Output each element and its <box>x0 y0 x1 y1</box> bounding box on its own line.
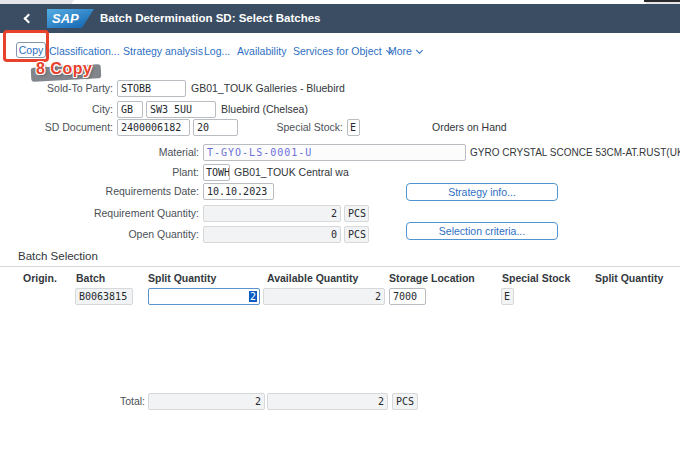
open-quantity-unit-field: PCS <box>344 226 369 243</box>
page-title: Batch Determination SD: Select Batches <box>100 4 320 33</box>
selection-criteria-button[interactable]: Selection criteria... <box>406 222 558 240</box>
column-header-storage-location: Storage Location <box>389 272 475 284</box>
menu-item-services-for-object[interactable]: Services for Object <box>293 45 392 57</box>
menu-item-label: Services for Object <box>293 45 382 57</box>
plant-field[interactable]: TOWH <box>203 164 230 181</box>
copy-button[interactable]: Copy <box>16 42 46 58</box>
menu-item-label: More <box>388 45 412 57</box>
sap-logo: SAP <box>47 9 94 28</box>
plant-label: Plant: <box>0 164 199 181</box>
column-header-batch: Batch <box>76 272 105 284</box>
material-field[interactable]: T-GYO-LS-0001-U <box>203 144 466 161</box>
selected-text: 2 <box>249 291 257 302</box>
available-quantity-field: 2 <box>263 288 385 305</box>
menu-item-classification[interactable]: Classification... <box>49 45 120 57</box>
split-quantity-input[interactable]: 2 <box>148 288 260 305</box>
column-header-split-quantity: Split Quantity <box>148 272 216 284</box>
sap-batch-determination-screen: SAP Batch Determination SD: Select Batch… <box>0 0 680 450</box>
menu-item-more[interactable]: More <box>388 45 422 57</box>
total-unit-field: PCS <box>392 393 418 410</box>
orders-on-hand-text: Orders on Hand <box>432 119 507 136</box>
sold-to-party-field[interactable]: STOBB <box>117 80 186 97</box>
open-quantity-field: 0 <box>203 226 341 243</box>
annotation-step-label: 8 Copy <box>36 60 92 78</box>
window-edge <box>644 0 680 2</box>
city-description: Bluebird (Chelsea) <box>221 101 308 118</box>
material-label: Material: <box>0 144 199 161</box>
column-header-split-quantity-2: Split Quantity <box>595 272 663 284</box>
total-label: Total: <box>45 393 145 410</box>
sold-to-party-label: Sold-To Party: <box>0 80 113 97</box>
requirement-quantity-unit-field: PCS <box>344 205 369 222</box>
material-description: GYRO CRYSTAL SCONCE 53CM-AT.RUST(UK) <box>470 144 680 161</box>
open-quantity-label: Open Quantity: <box>0 226 199 243</box>
special-stock-field[interactable]: E <box>347 119 360 136</box>
sold-to-party-description: GB01_TOUK Galleries - Bluebird <box>191 80 345 97</box>
sd-document-number-field[interactable]: 2400006182 <box>117 119 190 136</box>
requirements-date-label: Requirements Date: <box>0 183 199 200</box>
column-header-origin: Origin. <box>23 272 57 284</box>
menu-item-strategy-analysis[interactable]: Strategy analysis <box>123 45 203 57</box>
chevron-left-icon <box>24 14 34 24</box>
section-divider <box>0 266 680 267</box>
requirements-date-field[interactable]: 10.10.2023 <box>203 183 274 200</box>
menu-item-log[interactable]: Log... <box>204 45 230 57</box>
batch-selection-title: Batch Selection <box>18 250 98 262</box>
city-postal-code-field[interactable]: SW3 5UU <box>146 101 216 118</box>
batch-field: B0063815 <box>75 288 133 305</box>
strategy-info-button[interactable]: Strategy info... <box>406 183 558 201</box>
column-header-available-quantity: Available Quantity <box>267 272 358 284</box>
sd-document-item-field[interactable]: 20 <box>193 119 238 136</box>
total-split-quantity-field: 2 <box>148 393 265 410</box>
back-button[interactable] <box>20 4 38 33</box>
requirement-quantity-label: Requirement Quantity: <box>0 205 199 222</box>
sd-document-label: SD Document: <box>0 119 113 136</box>
column-header-special-stock: Special Stock <box>502 272 570 284</box>
plant-description: GB01_TOUK Central wa <box>234 164 349 181</box>
total-available-quantity-field: 2 <box>267 393 388 410</box>
row-special-stock-field: E <box>501 288 514 305</box>
requirement-quantity-field: 2 <box>203 205 341 222</box>
chevron-down-icon <box>416 47 423 54</box>
city-country-field[interactable]: GB <box>117 101 143 118</box>
special-stock-label: Special Stock: <box>250 119 343 136</box>
storage-location-field[interactable]: 7000 <box>389 288 426 305</box>
menu-item-availability[interactable]: Availability <box>237 45 286 57</box>
city-label: City: <box>0 101 113 118</box>
shellbar: SAP Batch Determination SD: Select Batch… <box>0 4 680 33</box>
